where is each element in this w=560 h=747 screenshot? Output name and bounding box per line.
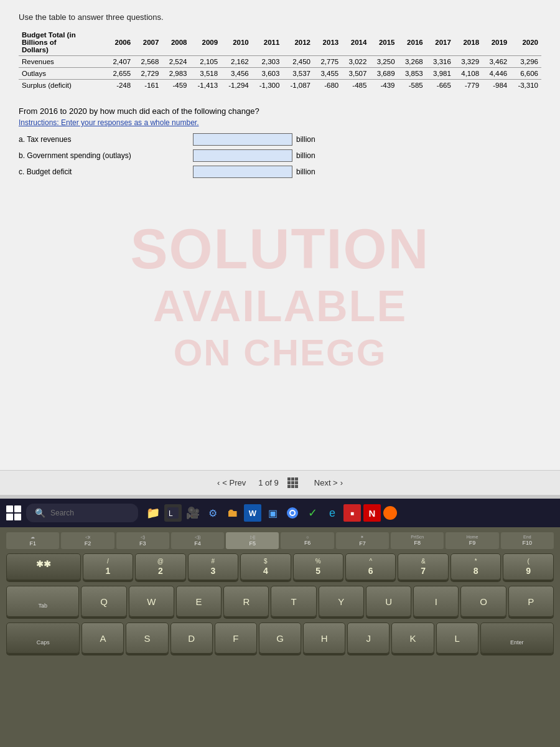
fn-key-f7[interactable]: ✶ F7 [336,532,389,549]
col-2011: 2011 [252,29,283,56]
answer-c-unit: billion [296,167,315,176]
netflix-icon[interactable]: N [363,504,381,522]
sur-2007: -161 [134,80,162,92]
key-u[interactable]: U [366,586,411,617]
grid-view-icon[interactable] [287,477,298,488]
revenues-label: Revenues [19,56,106,68]
keyboard: ☁ F1 ◁x F2 ◁) F3 ◁)) F4 ▷|| F5 ☼ F6 ✶ F7… [0,527,560,747]
chrome-icon[interactable] [284,504,301,522]
fn-key-f5[interactable]: ▷|| F5 [226,532,279,549]
key-q[interactable]: Q [81,586,126,617]
question-b-label: b. Government spending (outlays) [19,151,193,160]
answer-b-unit: billion [296,151,315,160]
quiz-icon[interactable]: ▣ [264,504,281,522]
key-o[interactable]: O [460,586,506,617]
check-icon[interactable]: ✓ [304,504,321,522]
key-f[interactable]: F [215,622,257,654]
sur-2006: -248 [106,80,134,92]
key-4[interactable]: $ 4 [240,553,291,580]
key-5[interactable]: % 5 [293,553,343,580]
answer-b-input[interactable] [193,149,292,162]
key-2[interactable]: @ 2 [135,553,185,580]
out-2017: 3,981 [426,68,454,80]
outlays-row: Outlays 2,655 2,729 2,983 3,518 3,456 3,… [19,68,541,80]
rev-2013: 2,775 [314,56,342,68]
fn-key-f8[interactable]: PrtScn F8 [391,532,444,549]
rev-2017: 3,316 [426,56,454,68]
prev-label: < Prev [222,478,246,487]
taskbar: 🔍 📁 L 🎥 ⚙ 🖿 W ▣ ✓ e ■ [0,499,560,527]
browser-icon[interactable]: L [164,504,182,522]
key-r[interactable]: R [223,586,269,617]
answer-c-input[interactable] [193,166,292,178]
windows-start-button[interactable] [5,504,22,522]
rev-2019: 3,462 [482,56,510,68]
col-2019: 2019 [482,29,510,56]
key-7[interactable]: & 7 [398,553,448,580]
key-t[interactable]: T [271,586,316,617]
revenues-row: Revenues 2,407 2,568 2,524 2,105 2,162 2… [19,56,541,68]
key-i[interactable]: I [413,586,459,617]
fn-key-f4[interactable]: ◁)) F4 [171,532,224,549]
prev-button[interactable]: ‹ < Prev [217,478,246,487]
fn-key-f1[interactable]: ☁ F1 [6,532,59,549]
key-j[interactable]: J [347,622,390,654]
key-a[interactable]: A [82,622,124,654]
out-2018: 4,108 [454,68,482,80]
out-2019: 4,446 [482,68,510,80]
search-input[interactable] [50,509,129,517]
out-2009: 3,518 [190,68,222,80]
key-w[interactable]: W [129,586,174,617]
nav-bar: ‹ < Prev 1 of 9 Next > › [0,470,560,495]
key-1[interactable]: / 1 [83,553,133,580]
answer-row-c: c. Budget deficit billion [19,166,541,178]
answer-a-input[interactable] [193,133,292,146]
col-2017: 2017 [426,29,454,56]
col-2014: 2014 [342,29,370,56]
key-3[interactable]: # 3 [188,553,238,580]
col-2007: 2007 [134,29,162,56]
rev-2016: 3,268 [398,56,426,68]
key-enter[interactable]: Enter [480,622,554,654]
fn-key-f9[interactable]: Home F9 [446,532,498,549]
fn-key-f6[interactable]: ☼ F6 [281,532,334,549]
key-p[interactable]: P [508,586,554,617]
next-button[interactable]: Next > › [314,478,343,487]
fn-key-f3[interactable]: ◁) F3 [116,532,169,549]
taskbar-search-box[interactable]: 🔍 [26,504,138,522]
camera-icon[interactable]: 🎥 [184,504,202,522]
fn-key-f10[interactable]: End F10 [501,532,554,549]
app-orange-icon[interactable] [383,506,397,520]
settings-icon[interactable]: ⚙ [204,504,222,522]
key-special-left[interactable]: ✱✱ [6,553,81,580]
answer-row-b: b. Government spending (outlays) billion [19,149,541,162]
rev-2006: 2,407 [106,56,134,68]
key-d[interactable]: D [170,622,213,654]
key-s[interactable]: S [126,622,168,654]
key-caps[interactable]: Caps [6,622,80,654]
col-2020: 2020 [510,29,541,56]
key-8[interactable]: * 8 [450,553,501,580]
fn-key-f2[interactable]: ◁x F2 [61,532,114,549]
rev-2009: 2,105 [190,56,222,68]
key-9[interactable]: ( 9 [503,553,553,580]
taskbar-pinned-apps: 📁 L 🎥 ⚙ 🖿 W ▣ ✓ e ■ N [144,504,397,522]
key-g[interactable]: G [259,622,301,654]
key-6[interactable]: ^ 6 [345,553,396,580]
app-red-icon[interactable]: ■ [343,504,361,522]
sur-2012: -1,087 [282,80,314,92]
edge-icon[interactable]: e [324,504,341,522]
folder-icon[interactable]: 🖿 [224,504,241,522]
file-explorer-icon[interactable]: 📁 [144,504,162,522]
key-h[interactable]: H [303,622,345,654]
key-k[interactable]: K [391,622,434,654]
key-l[interactable]: L [436,622,478,654]
col-2015: 2015 [370,29,398,56]
question-section: From 2016 to 2020 by how much did each o… [19,106,541,178]
question-c-label: c. Budget deficit [19,167,193,176]
app-icon-blue[interactable]: W [244,504,261,522]
key-e[interactable]: E [176,586,222,617]
key-tab[interactable]: Tab [6,586,79,617]
page-number: 1 of 9 [258,478,279,487]
key-y[interactable]: Y [319,586,364,617]
